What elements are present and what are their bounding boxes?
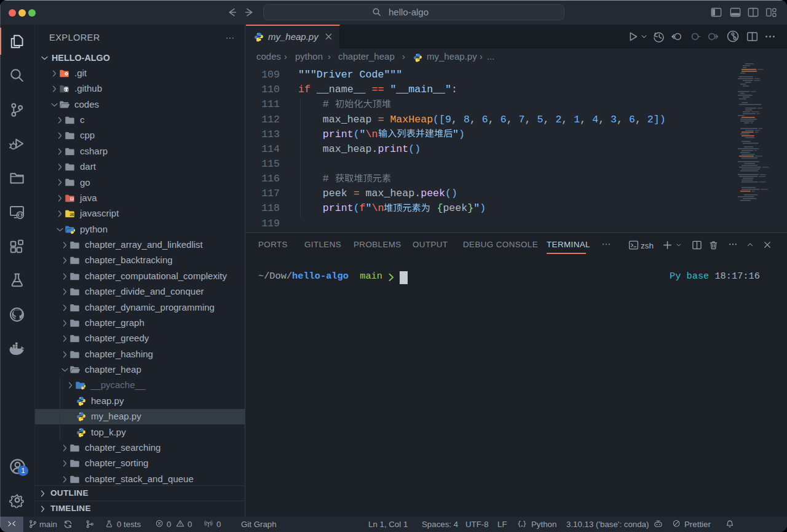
svg-text:JS: JS <box>69 213 74 216</box>
